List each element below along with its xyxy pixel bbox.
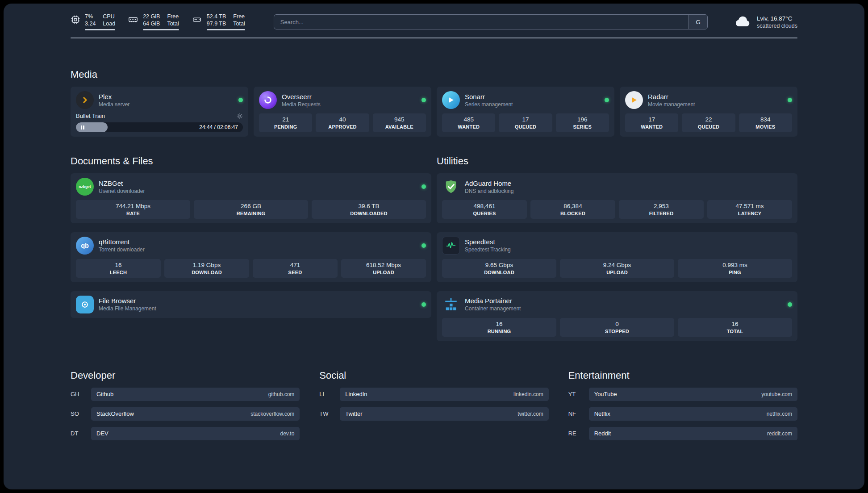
- bookmark-abbr: NF: [568, 410, 582, 417]
- plex-card[interactable]: Plex Media server Bullet Train: [71, 87, 248, 137]
- bookmark-link-dev[interactable]: DEV dev.to: [91, 427, 300, 440]
- portainer-icon: [442, 296, 460, 313]
- media-section-title: Media: [71, 69, 797, 80]
- stat-box: 485 WANTED: [442, 113, 495, 132]
- developer-bookmarks-section: Developer GH Github github.com SO StackO…: [71, 370, 300, 447]
- app-name: NZBGet: [99, 180, 145, 187]
- stat-label: DOWNLOADED: [313, 211, 424, 216]
- stat-value: 0.993 ms: [680, 262, 790, 269]
- bookmark-row: SO StackOverflow stackoverflow.com: [71, 407, 300, 421]
- entertainment-bookmarks-section: Entertainment YT YouTube youtube.com NF …: [568, 370, 797, 447]
- bookmark-url: stackoverflow.com: [250, 411, 294, 417]
- documents-section-title: Documents & Files: [71, 155, 431, 167]
- bookmark-link-github[interactable]: Github github.com: [91, 388, 300, 401]
- nzbget-card[interactable]: nzbget NZBGet Usenet downloader 744.21 M…: [71, 173, 431, 223]
- stat-label: UPLOAD: [343, 270, 424, 275]
- app-name: qBittorrent: [99, 238, 145, 246]
- app-name: Plex: [99, 93, 129, 100]
- bookmark-row: NF Netflix netflix.com: [568, 407, 797, 421]
- stat-box: 2,953 FILTERED: [619, 200, 704, 219]
- stat-label: DOWNLOAD: [166, 270, 247, 275]
- portainer-card[interactable]: Media Portainer Container management 16 …: [437, 291, 797, 341]
- stat-label: SEED: [255, 270, 336, 275]
- app-name: Media Portainer: [465, 297, 521, 305]
- bookmark-row: LI LinkedIn linkedin.com: [319, 388, 548, 401]
- radarr-card[interactable]: Radarr Movie management 17 WANTED 22 QUE…: [620, 87, 797, 137]
- stat-label: REMAINING: [196, 211, 306, 216]
- stat-label: BLOCKED: [532, 211, 613, 216]
- bookmark-row: DT DEV dev.to: [71, 427, 300, 440]
- sonarr-card[interactable]: Sonarr Series management 485 WANTED 17 Q…: [437, 87, 614, 137]
- bookmark-row: RE Reddit reddit.com: [568, 427, 797, 440]
- overseerr-card[interactable]: Overseerr Media Requests 21 PENDING 40 A…: [254, 87, 431, 137]
- stat-label: QUEUED: [684, 124, 733, 130]
- stat-box: 498,461 QUERIES: [442, 200, 527, 219]
- stat-value: 17: [501, 116, 550, 124]
- disk-label-top: Free: [233, 13, 245, 20]
- ram-labels: Free Total: [167, 13, 179, 27]
- stat-label: STOPPED: [562, 329, 672, 334]
- search-engine-button[interactable]: G: [689, 15, 707, 29]
- stat-box: 47.571 ms LATENCY: [707, 200, 792, 219]
- stat-value: 21: [261, 116, 310, 124]
- speedtest-card[interactable]: Speedtest Speedtest Tracking 9.65 Gbps D…: [437, 232, 797, 282]
- stat-box: 22 QUEUED: [682, 113, 735, 132]
- stat-value: 47.571 ms: [709, 203, 790, 210]
- bookmark-link-youtube[interactable]: YouTube youtube.com: [589, 388, 797, 401]
- bookmark-name: Reddit: [594, 430, 611, 437]
- entertainment-section-title: Entertainment: [568, 370, 797, 381]
- bookmark-link-linkedin[interactable]: LinkedIn linkedin.com: [340, 388, 548, 401]
- status-dot: [788, 98, 792, 102]
- search-input[interactable]: [274, 15, 689, 29]
- stat-label: WANTED: [627, 124, 676, 130]
- app-subtitle: DNS and adblocking: [465, 188, 513, 194]
- stat-box: 834 MOVIES: [739, 113, 792, 132]
- adguard-card[interactable]: AdGuard Home DNS and adblocking 498,461 …: [437, 173, 797, 223]
- stat-value: 16: [444, 321, 555, 328]
- bookmark-name: Twitter: [345, 410, 362, 417]
- utilities-section-title: Utilities: [437, 155, 797, 167]
- topbar-divider: [71, 38, 797, 38]
- speedtest-icon: [442, 237, 460, 255]
- filebrowser-card[interactable]: File Browser Media File Management: [71, 291, 431, 318]
- stat-label: LEECH: [78, 270, 159, 275]
- stat-box: 16 TOTAL: [678, 318, 792, 337]
- stat-box: 16 LEECH: [76, 259, 161, 278]
- app-subtitle: Torrent downloader: [99, 246, 145, 253]
- qbittorrent-card[interactable]: qb qBittorrent Torrent downloader 16 LEE…: [71, 232, 431, 282]
- stat-label: PING: [680, 270, 790, 275]
- stat-label: AVAILABLE: [375, 124, 424, 130]
- bookmark-abbr: YT: [568, 391, 582, 397]
- playback-time: 24:44 / 02:06:47: [199, 124, 238, 130]
- disk-widget: 52.4 TB 97.9 TB Free Total: [192, 13, 245, 30]
- stat-value: 498,461: [444, 203, 525, 210]
- bookmark-link-twitter[interactable]: Twitter twitter.com: [340, 407, 548, 421]
- app-subtitle: Media File Management: [99, 305, 156, 312]
- bookmark-link-reddit[interactable]: Reddit reddit.com: [589, 427, 797, 440]
- stat-box: 39.6 TB DOWNLOADED: [312, 200, 426, 219]
- stat-label: WANTED: [444, 124, 493, 130]
- app-subtitle: Usenet downloader: [99, 188, 145, 194]
- stat-box: 17 QUEUED: [499, 113, 552, 132]
- stat-box: 21 PENDING: [259, 113, 312, 132]
- bookmark-url: youtube.com: [761, 391, 792, 397]
- stat-label: UPLOAD: [562, 270, 672, 275]
- stat-box: 86,384 BLOCKED: [530, 200, 615, 219]
- stat-box: 0.993 ms PING: [678, 259, 792, 278]
- app-name: AdGuard Home: [465, 180, 513, 187]
- bookmark-abbr: LI: [319, 391, 333, 397]
- status-dot: [605, 98, 609, 102]
- player-progress-bar[interactable]: 24:44 / 02:06:47: [76, 122, 243, 132]
- bookmark-url: netflix.com: [767, 411, 792, 417]
- weather-condition: scattered clouds: [757, 23, 797, 29]
- bookmark-link-stackoverflow[interactable]: StackOverflow stackoverflow.com: [91, 407, 300, 421]
- cpu-percent: 7%: [85, 13, 96, 20]
- pause-icon[interactable]: [81, 125, 84, 130]
- cpu-values: 7% 3.24: [85, 13, 96, 27]
- bookmark-link-netflix[interactable]: Netflix netflix.com: [589, 407, 797, 421]
- stat-label: QUERIES: [444, 211, 525, 216]
- gear-icon[interactable]: [237, 113, 243, 119]
- status-dot: [421, 184, 426, 189]
- stat-value: 17: [627, 116, 676, 124]
- disk-total: 97.9 TB: [207, 21, 226, 27]
